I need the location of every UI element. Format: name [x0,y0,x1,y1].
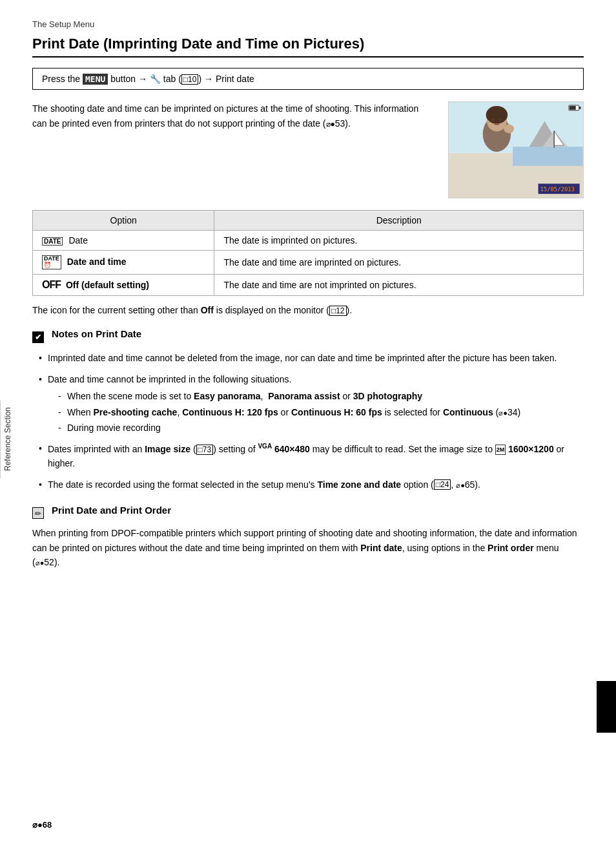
camera-image: 15/05/2013 [448,101,584,198]
svg-rect-16 [570,106,576,110]
page-title: Print Date (Imprinting Date and Time on … [32,36,584,58]
svg-text:15/05/2013: 15/05/2013 [540,186,574,193]
table-row: OFF Off (default setting) The date and t… [33,275,584,296]
intro-text: The shooting date and time can be imprin… [32,101,435,131]
option-cell-1: DATE Date [33,231,214,251]
note-item-2: Date and time cannot be imprinted in the… [39,372,584,435]
sub-item-1: When the scene mode is set to Easy panor… [58,389,584,403]
svg-point-10 [486,106,508,124]
page-number: ⌀●68 [32,820,52,830]
table-row: DATE Date The date is imprinted on pictu… [33,231,584,251]
notes-title-bar: ✔ Notes on Print Date [32,328,584,346]
menu-path-ref1: □10 [181,74,199,85]
intro-section: The shooting date and time can be imprin… [32,101,584,198]
wrench-icon: 🔧 [150,74,161,84]
option-cell-3: OFF Off (default setting) [33,275,214,296]
desc-cell-3: The date and time are not imprinted on p… [214,275,584,296]
pencil-icon: ✏ [32,507,44,519]
print-order-title-bar: ✏ Print Date and Print Order [32,505,584,521]
menu-path-prefix: Press the [42,74,80,84]
option-cell-2: DATE⏰ Date and time [33,251,214,275]
black-tab [597,681,616,733]
camera-illustration: 15/05/2013 [449,102,583,198]
menu-path-tab: tab ( [163,74,181,84]
print-order-section: ✏ Print Date and Print Order When printi… [32,505,584,569]
svg-rect-5 [513,147,583,166]
note-item-4: The date is recorded using the format se… [39,477,584,492]
col-description: Description [214,211,584,231]
sub-list: When the scene mode is set to Easy panor… [48,389,584,435]
off-icon: OFF [42,279,61,290]
monitor-note: The icon for the current setting other t… [32,305,584,315]
note-item-1: Imprinted date and time cannot be delete… [39,351,584,365]
svg-rect-15 [579,107,581,109]
menu-button: MENU [83,74,108,85]
col-option: Option [33,211,214,231]
option-label-1: Date [68,235,88,246]
desc-cell-1: The date is imprinted on pictures. [214,231,584,251]
svg-point-12 [499,118,502,121]
note-check-icon: ✔ [32,331,44,343]
desc-cell-2: The date and time are imprinted on pictu… [214,251,584,275]
notes-list: Imprinted date and time cannot be delete… [32,351,584,492]
intro-paragraph: The shooting date and time can be imprin… [32,103,418,128]
reference-sidebar: Reference Section [0,401,15,478]
table-row: DATE⏰ Date and time The date and time ar… [33,251,584,275]
options-table: Option Description DATE Date The date is… [32,210,584,296]
menu-path-middle: button → [110,74,150,84]
svg-point-13 [504,125,514,134]
notes-title: Notes on Print Date [52,328,141,339]
menu-path-suffix: ) → Print date [198,74,254,84]
sub-item-3: During movie recording [58,421,584,435]
sub-item-2: When Pre-shooting cache, Continuous H: 1… [58,405,584,419]
print-order-title: Print Date and Print Order [52,505,171,516]
print-order-text: When printing from DPOF-compatible print… [32,526,584,569]
option-label-3: Off (default setting) [66,280,149,290]
svg-point-11 [492,118,495,121]
datetime-icon: DATE⏰ [42,255,61,269]
note-item-3: Dates imprinted with an Image size (□73)… [39,441,584,470]
setup-menu-label: The Setup Menu [32,19,584,29]
menu-path-box: Press the MENU button → 🔧 tab (□10) → Pr… [32,68,584,90]
option-label-2: Date and time [67,257,127,267]
date-icon: DATE [42,237,63,246]
notes-section: ✔ Notes on Print Date Imprinted date and… [32,328,584,492]
